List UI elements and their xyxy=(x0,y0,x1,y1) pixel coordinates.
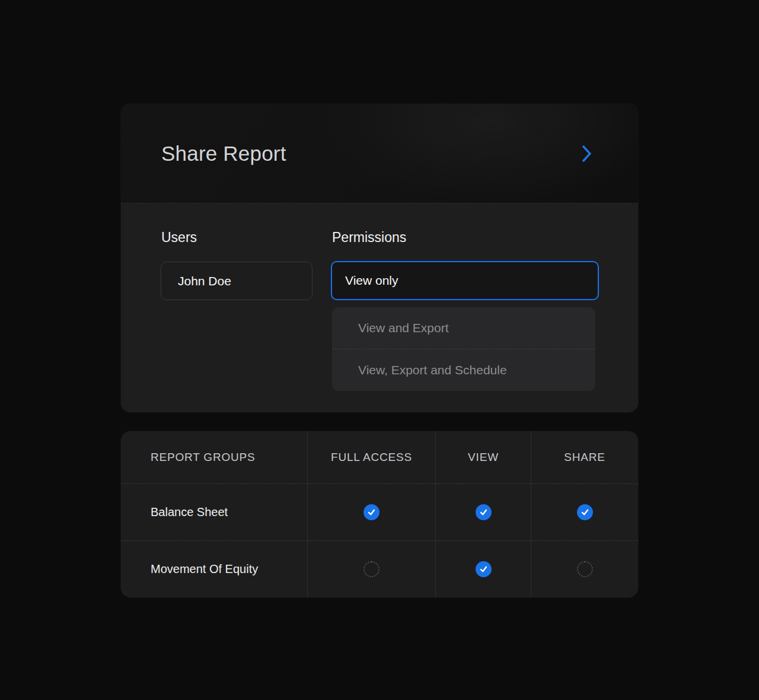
table-cell xyxy=(531,540,638,597)
checkbox-movement-of-equity-full-access[interactable] xyxy=(363,561,380,577)
permissions-select-value: View only xyxy=(345,273,398,288)
table-cell xyxy=(436,483,531,540)
row-label-movement-of-equity: Movement Of Equity xyxy=(121,540,308,597)
share-report-header: Share Report xyxy=(121,104,638,203)
check-icon xyxy=(367,508,376,517)
column-header-share: SHARE xyxy=(531,431,638,483)
table-cell xyxy=(308,483,436,540)
dropdown-option-view-and-export[interactable]: View and Export xyxy=(332,307,595,349)
share-report-body: Users Permissions John Doe View only Vie… xyxy=(121,203,638,412)
table-cell xyxy=(531,483,638,540)
row-label-balance-sheet: Balance Sheet xyxy=(121,483,308,540)
permissions-select[interactable]: View only xyxy=(331,261,599,300)
page-title: Share Report xyxy=(161,142,286,166)
table-cell xyxy=(436,540,531,597)
users-input-value: John Doe xyxy=(178,274,231,288)
report-groups-table: REPORT GROUPS FULL ACCESS VIEW SHARE Bal… xyxy=(121,431,638,597)
permissions-dropdown: View and Export View, Export and Schedul… xyxy=(332,307,595,391)
table-cell xyxy=(308,540,436,597)
column-header-report-groups: REPORT GROUPS xyxy=(121,431,308,483)
checkbox-movement-of-equity-share[interactable] xyxy=(577,561,593,577)
users-label: Users xyxy=(161,230,197,246)
check-icon xyxy=(581,508,589,517)
share-report-card: Share Report Users Permissions John Doe … xyxy=(121,104,638,412)
chevron-right-icon[interactable] xyxy=(580,144,593,164)
checkbox-balance-sheet-share[interactable] xyxy=(577,504,593,520)
users-input[interactable]: John Doe xyxy=(161,262,312,300)
dropdown-option-view-export-schedule[interactable]: View, Export and Schedule xyxy=(332,349,595,391)
checkbox-balance-sheet-full-access[interactable] xyxy=(363,504,380,520)
check-icon xyxy=(479,508,488,517)
permissions-label: Permissions xyxy=(332,230,406,246)
check-icon xyxy=(479,565,488,574)
checkbox-balance-sheet-view[interactable] xyxy=(476,504,492,520)
column-header-view: VIEW xyxy=(436,431,531,483)
checkbox-movement-of-equity-view[interactable] xyxy=(476,561,492,577)
column-header-full-access: FULL ACCESS xyxy=(308,431,436,483)
